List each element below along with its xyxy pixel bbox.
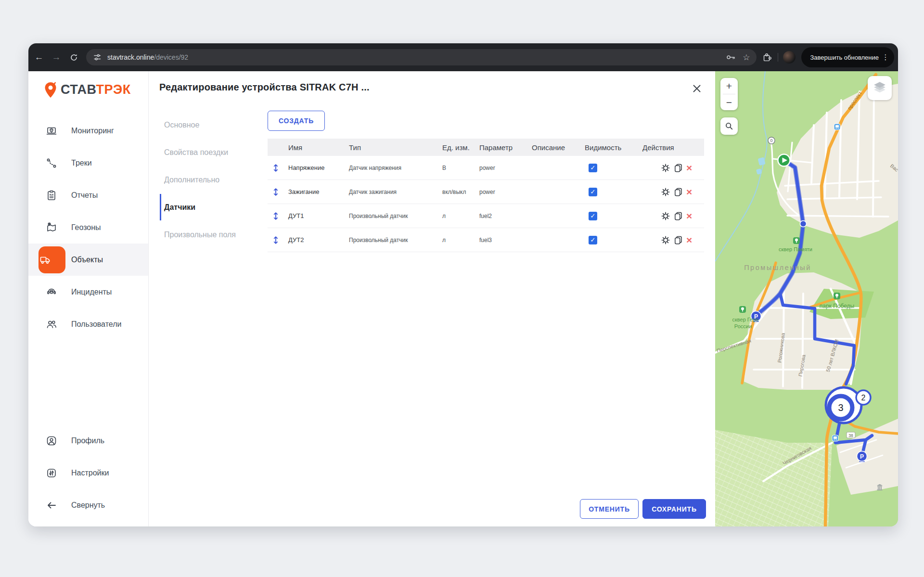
tab-proizvolnye-polya[interactable]: Произвольные поля [149,221,268,248]
cell-unit: л [438,213,475,219]
drag-handle-icon[interactable] [268,187,283,197]
sensor-copy-icon[interactable] [674,235,683,244]
sidebar-item-incidents[interactable]: Инциденты [28,276,148,308]
tab-svoystva-poezdki[interactable]: Свойства поездки [149,139,268,166]
close-icon[interactable] [691,83,703,94]
site-info-icon[interactable] [93,53,102,62]
route-vertex-marker[interactable] [800,221,807,227]
sensor-settings-icon[interactable] [661,187,670,197]
logo-text-stav: СТАВ [61,82,96,97]
profile-avatar[interactable] [783,51,796,64]
col-header-description: Описание [528,143,581,152]
chrome-menu-icon[interactable]: ⋮ [882,53,889,62]
cell-type: Произвольный датчик [345,237,438,244]
bookmark-star-icon[interactable]: ☆ [743,52,750,63]
logo-pin-icon [43,81,58,99]
green-area-label: парк Победы [820,303,855,309]
cancel-button[interactable]: ОТМЕНИТЬ [580,499,639,519]
passwords-key-icon[interactable] [725,52,736,63]
sensor-copy-icon[interactable] [674,211,683,220]
dialog-tabs: Основное Свойства поездки Дополнительно … [149,103,268,526]
sensor-settings-icon[interactable] [661,235,670,245]
sensor-copy-icon[interactable] [674,187,683,196]
finish-update-button[interactable]: Завершить обновление ⋮ [801,47,894,67]
objects-active-tile [38,246,65,273]
visibility-checkbox[interactable]: ✓ [589,188,597,196]
map-canvas: 0 38 [715,71,898,526]
green-area-label: сквер Геро [732,317,759,322]
sensor-settings-icon[interactable] [661,163,670,173]
drag-handle-icon[interactable] [268,235,283,245]
route-start-marker[interactable] [778,154,790,167]
sensor-delete-icon[interactable]: × [686,163,692,173]
app-logo[interactable]: СТАВТРЭК [28,71,148,108]
url-bar[interactable]: stavtrack.online/devices/92 ☆ [86,49,757,65]
browser-window: ← → stavtrack.online/devices/92 ☆ Заверш… [28,43,898,526]
tab-label: Датчики [164,203,195,212]
cell-param: power [475,189,528,195]
sidebar-item-label: Пользователи [71,320,121,329]
map[interactable]: 0 38 [715,71,898,526]
road-shield: 38 [847,432,855,438]
url-host: stavtrack.online [107,53,154,61]
zoom-in-button[interactable]: + [720,78,738,94]
sidebar-item-label: Треки [71,159,92,167]
users-icon [46,319,57,330]
drag-handle-icon[interactable] [268,163,283,173]
cell-param: fuel2 [475,213,528,219]
sidebar-item-collapse[interactable]: Свернуть [28,489,148,521]
sensor-delete-icon[interactable]: × [686,235,692,245]
sidebar-item-monitoring[interactable]: Мониторинг [28,115,148,147]
sidebar-item-profile[interactable]: Профиль [28,424,148,457]
finish-update-label: Завершить обновление [810,54,879,61]
sidebar-item-objects[interactable]: Объекты [28,244,148,276]
drag-handle-icon[interactable] [268,211,283,221]
sidebar-item-reports[interactable]: Отчеты [28,179,148,211]
sensor-copy-icon[interactable] [674,163,683,172]
tab-datchiki[interactable]: Датчики [149,193,268,221]
col-header-unit: Ед. изм. [438,143,475,152]
extensions-icon[interactable] [761,51,773,63]
sidebar-item-geozones[interactable]: Геозоны [28,211,148,244]
sensor-settings-icon[interactable] [661,211,670,221]
sidebar: СТАВТРЭК Мониторинг Треки Отчеты Геозоны [28,71,148,526]
back-icon[interactable]: ← [32,51,46,64]
create-button[interactable]: СОЗДАТЬ [268,111,325,131]
visibility-checkbox[interactable]: ✓ [589,164,597,172]
cell-type: Датчик напряжения [345,165,438,171]
url-path: /devices/92 [154,53,188,61]
visibility-checkbox[interactable]: ✓ [589,212,597,220]
browser-toolbar: ← → stavtrack.online/devices/92 ☆ Заверш… [28,43,898,71]
sensor-delete-icon[interactable]: × [686,187,692,197]
save-button[interactable]: СОХРАНИТЬ [642,499,706,519]
tab-content: СОЗДАТЬ Имя Тип Ед. изм. Параметр Описан… [268,103,715,526]
cell-type: Произвольный датчик [345,213,438,219]
tab-dopolnitelno[interactable]: Дополнительно [149,166,268,193]
cell-unit: вкл/выкл [438,189,475,195]
logo-text-trek: ТРЭК [96,82,131,97]
incidents-icon [46,286,57,298]
district-label: Промышленный [744,264,811,271]
sensor-delete-icon[interactable]: × [686,211,692,221]
tab-label: Дополнительно [164,176,219,184]
tab-label: Произвольные поля [164,231,236,239]
toolbar-separator [778,53,778,62]
tab-osnovnoe[interactable]: Основное [149,111,268,139]
sidebar-item-label: Мониторинг [71,127,114,135]
sidebar-item-label: Геозоны [71,223,101,232]
map-layers-button[interactable] [868,76,892,100]
cell-name: ДУТ1 [283,212,345,219]
map-search-button[interactable] [720,117,738,135]
zoom-out-button[interactable]: − [720,94,738,110]
reload-icon[interactable] [67,51,80,64]
bus-stop-icon [834,124,840,130]
sensors-table: Имя Тип Ед. изм. Параметр Описание Видим… [268,139,704,252]
table-row: ДУТ2 Произвольный датчик л fuel3 ✓ × [268,228,704,252]
visibility-checkbox[interactable]: ✓ [589,236,597,244]
sidebar-item-tracks[interactable]: Треки [28,147,148,179]
profile-icon [46,435,57,447]
sidebar-item-users[interactable]: Пользователи [28,308,148,340]
forward-icon[interactable]: → [50,51,63,64]
sidebar-item-settings[interactable]: Настройки [28,457,148,489]
cell-param: fuel3 [475,237,528,244]
